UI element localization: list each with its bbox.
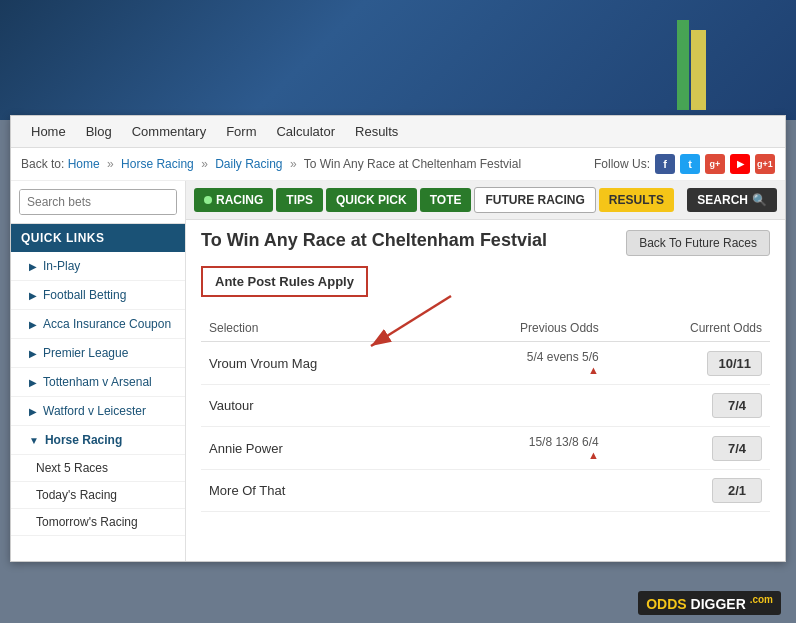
- search-icon: 🔍: [752, 193, 767, 207]
- tab-results[interactable]: RESULTS: [599, 188, 674, 212]
- right-content: RACING TIPS QUICK PICK TOTE FUTURE RACIN…: [186, 181, 785, 561]
- cell-prev-odds: [431, 385, 607, 427]
- tab-tips[interactable]: TIPS: [276, 188, 323, 212]
- breadcrumb-prefix: Back to:: [21, 157, 64, 171]
- cell-curr-odds: 2/1: [607, 470, 770, 512]
- page-content: To Win Any Race at Cheltenham Festvial B…: [186, 220, 785, 522]
- racing-dot-icon: [204, 196, 212, 204]
- sidebar-item-premier[interactable]: ▶ Premier League: [11, 339, 185, 368]
- content-area: 🔍 QUICK LINKS ▶ In-Play ▶ Football Betti…: [11, 181, 785, 561]
- cell-prev-odds: [431, 470, 607, 512]
- breadcrumb-sep3: »: [290, 157, 297, 171]
- cell-selection: Annie Power: [201, 427, 431, 470]
- sidebar-item-acca[interactable]: ▶ Acca Insurance Coupon: [11, 310, 185, 339]
- com-text: .com: [750, 594, 773, 605]
- odds-badge[interactable]: 2/1: [712, 478, 762, 503]
- tab-tote[interactable]: TOTE: [420, 188, 472, 212]
- arrow-icon: ▶: [29, 261, 37, 272]
- tab-future-racing[interactable]: FUTURE RACING: [474, 187, 595, 213]
- breadcrumb-bar: Back to: Home » Horse Racing » Daily Rac…: [11, 148, 785, 181]
- tab-search[interactable]: SEARCH 🔍: [687, 188, 777, 212]
- twitter-icon[interactable]: t: [680, 154, 700, 174]
- sidebar-item-horse-racing[interactable]: ▼ Horse Racing: [11, 426, 185, 455]
- cell-curr-odds: 10/11: [607, 342, 770, 385]
- cell-curr-odds: 7/4: [607, 385, 770, 427]
- tab-racing[interactable]: RACING: [194, 188, 273, 212]
- page-title: To Win Any Race at Cheltenham Festvial: [201, 230, 547, 251]
- digger-text: DIGGER: [691, 596, 746, 612]
- quick-links-header: QUICK LINKS: [11, 224, 185, 252]
- follow-us-label: Follow Us:: [594, 157, 650, 171]
- youtube-icon[interactable]: ▶: [730, 154, 750, 174]
- breadcrumb-daily-racing[interactable]: Daily Racing: [215, 157, 282, 171]
- sidebar: 🔍 QUICK LINKS ▶ In-Play ▶ Football Betti…: [11, 181, 186, 561]
- table-row: Vautour7/4: [201, 385, 770, 427]
- nav-form[interactable]: Form: [216, 116, 266, 147]
- googleplus-icon[interactable]: g+: [705, 154, 725, 174]
- breadcrumb: Back to: Home » Horse Racing » Daily Rac…: [21, 157, 521, 171]
- arrow-down-icon: ▼: [29, 435, 39, 446]
- sidebar-item-watford[interactable]: ▶ Watford v Leicester: [11, 397, 185, 426]
- arrow-icon: ▶: [29, 348, 37, 359]
- nav-calculator[interactable]: Calculator: [266, 116, 345, 147]
- nav-results[interactable]: Results: [345, 116, 408, 147]
- breadcrumb-current: To Win Any Race at Cheltenham Festvial: [304, 157, 521, 171]
- breadcrumb-sep2: »: [201, 157, 208, 171]
- top-navigation: Home Blog Commentary Form Calculator Res…: [11, 116, 785, 148]
- sidebar-item-tottenham[interactable]: ▶ Tottenham v Arsenal: [11, 368, 185, 397]
- ante-post-notice: Ante Post Rules Apply: [201, 266, 368, 297]
- g1-icon[interactable]: g+1: [755, 154, 775, 174]
- cell-curr-odds: 7/4: [607, 427, 770, 470]
- table-row: More Of That2/1: [201, 470, 770, 512]
- search-bar: 🔍: [11, 181, 185, 224]
- odds-badge[interactable]: 7/4: [712, 393, 762, 418]
- facebook-icon[interactable]: f: [655, 154, 675, 174]
- sidebar-sub-next5[interactable]: Next 5 Races: [11, 455, 185, 482]
- arrow-icon: ▶: [29, 406, 37, 417]
- nav-home[interactable]: Home: [21, 116, 76, 147]
- sidebar-sub-tomorrows[interactable]: Tomorrow's Racing: [11, 509, 185, 536]
- oddsdigger-logo: ODDS DIGGER .com: [638, 591, 781, 615]
- cell-selection: More Of That: [201, 470, 431, 512]
- up-arrow-icon: ▲: [439, 449, 599, 461]
- tab-bar: RACING TIPS QUICK PICK TOTE FUTURE RACIN…: [186, 181, 785, 220]
- odds-badge[interactable]: 7/4: [712, 436, 762, 461]
- breadcrumb-home[interactable]: Home: [68, 157, 100, 171]
- breadcrumb-horse-racing[interactable]: Horse Racing: [121, 157, 194, 171]
- cell-prev-odds: 15/8 13/8 6/4▲: [431, 427, 607, 470]
- cell-selection: Vautour: [201, 385, 431, 427]
- col-curr-odds: Current Odds: [607, 315, 770, 342]
- sidebar-item-football[interactable]: ▶ Football Betting: [11, 281, 185, 310]
- sidebar-sub-todays[interactable]: Today's Racing: [11, 482, 185, 509]
- svg-line-1: [371, 296, 451, 346]
- breadcrumb-sep1: »: [107, 157, 114, 171]
- nav-blog[interactable]: Blog: [76, 116, 122, 147]
- arrow-icon: ▶: [29, 377, 37, 388]
- search-input[interactable]: [20, 190, 177, 214]
- arrow-annotation: [351, 291, 551, 361]
- nav-commentary[interactable]: Commentary: [122, 116, 216, 147]
- table-row: Annie Power15/8 13/8 6/4▲7/4: [201, 427, 770, 470]
- tab-quickpick[interactable]: QUICK PICK: [326, 188, 417, 212]
- follow-us-section: Follow Us: f t g+ ▶ g+1: [594, 154, 775, 174]
- sidebar-item-inplay[interactable]: ▶ In-Play: [11, 252, 185, 281]
- up-arrow-icon: ▲: [439, 364, 599, 376]
- back-to-future-races-button[interactable]: Back To Future Races: [626, 230, 770, 256]
- search-input-wrap: 🔍: [19, 189, 177, 215]
- odds-badge[interactable]: 10/11: [707, 351, 762, 376]
- odds-text: ODDS: [646, 596, 686, 612]
- arrow-icon: ▶: [29, 290, 37, 301]
- arrow-icon: ▶: [29, 319, 37, 330]
